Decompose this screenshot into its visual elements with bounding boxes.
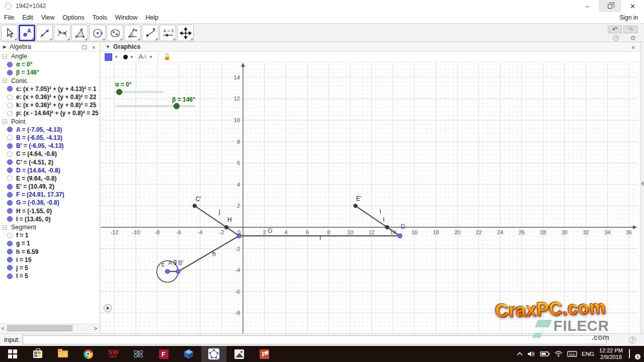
taskbar-f-app[interactable]: F [151, 346, 176, 362]
algebra-section-conic[interactable]: –Conic [0, 77, 100, 85]
visibility-dot-icon[interactable] [7, 175, 13, 181]
chevron-down-icon[interactable]: ▼ [149, 55, 153, 59]
collapse-minus-icon[interactable]: – [3, 225, 7, 230]
collapse-minus-icon[interactable]: – [3, 54, 7, 59]
tool-move-graphics-view[interactable] [177, 25, 194, 41]
menu-file[interactable]: File [0, 13, 18, 22]
visibility-dot-icon[interactable] [7, 208, 13, 214]
taskbar-powerpoint[interactable]: P [252, 346, 277, 362]
algebra-section-angle[interactable]: –Angle [0, 52, 100, 60]
scrollbar-thumb[interactable] [7, 325, 72, 331]
point-A[interactable] [166, 269, 170, 274]
visibility-dot-icon[interactable] [7, 192, 13, 198]
taskbar-virtualbox[interactable] [176, 346, 201, 362]
battery-icon[interactable] [540, 351, 550, 357]
algebra-item[interactable]: F = (24.91, 17.37) [0, 191, 100, 199]
algebra-item[interactable]: f = 1 [0, 231, 100, 239]
algebra-horizontal-scrollbar[interactable]: < > [0, 324, 100, 332]
minimize-button[interactable]: – [576, 0, 599, 12]
algebra-item[interactable]: h = 6.59 [0, 248, 100, 256]
tool-circle-center-point[interactable] [89, 25, 106, 41]
chevron-down-icon[interactable]: ▼ [114, 55, 118, 59]
algebra-close-icon[interactable]: × [92, 44, 96, 51]
taskbar-chrome[interactable] [75, 346, 101, 362]
label-style-icon[interactable]: AA [139, 53, 147, 60]
algebra-item[interactable]: B = (-6.05, -4.13) [0, 134, 100, 142]
visibility-dot-icon[interactable] [7, 127, 13, 132]
taskbar-atom-app[interactable] [126, 346, 151, 362]
tool-options-triangle[interactable] [190, 38, 193, 40]
tool-options-triangle[interactable] [85, 38, 87, 40]
algebra-section-segment[interactable]: –Segment [0, 223, 100, 231]
visibility-dot-icon[interactable] [7, 151, 13, 157]
algebra-item[interactable]: E = (9.64, -0.8) [0, 174, 100, 183]
touch-keyboard-icon[interactable] [567, 351, 577, 357]
taskbar-photos[interactable] [226, 346, 252, 362]
sign-in-link[interactable]: Sign in [619, 14, 638, 21]
tool-options-triangle[interactable] [137, 38, 140, 40]
menu-options[interactable]: Options [59, 13, 89, 22]
graphics-canvas[interactable]: -12-10-8-6-4-224681012141618202224262830… [101, 62, 637, 333]
close-button[interactable]: ✕ [621, 0, 644, 12]
algebra-item[interactable]: l = 5 [0, 272, 100, 280]
taskbar-geogebra-active[interactable] [201, 346, 226, 362]
menu-view[interactable]: View [37, 13, 59, 22]
algebra-item[interactable]: β = 146° [0, 68, 100, 76]
algebra-item[interactable]: H = (-1.55, 0) [0, 207, 100, 215]
collapse-minus-icon[interactable]: – [3, 78, 7, 83]
visibility-dot-icon[interactable] [7, 143, 13, 149]
collapse-caret-icon[interactable]: ▼ [106, 44, 110, 49]
tool-angle[interactable] [124, 25, 141, 41]
algebra-item[interactable]: k: (x + 0.36)² + (y + 0.8)² = 25 [0, 101, 100, 109]
undo-button[interactable]: ↶ [608, 26, 622, 33]
speaker-icon[interactable] [527, 350, 535, 357]
point-C'[interactable] [193, 204, 196, 208]
menu-help[interactable]: Help [141, 13, 163, 22]
algebra-item[interactable]: G = (-0.36, -0.8) [0, 199, 100, 207]
unlock-icon[interactable]: 🔓 [164, 53, 171, 60]
popout-icon[interactable] [82, 45, 87, 49]
panel-resize-strip[interactable] [640, 42, 644, 333]
algebra-item[interactable]: D = (14.64, -0.8) [0, 166, 100, 174]
taskbar-solidworks[interactable]: SW2016 [101, 346, 126, 362]
command-input[interactable] [23, 335, 606, 344]
algebra-item[interactable]: C' = (-4.51, 2) [0, 158, 100, 166]
algebra-section-point[interactable]: –Point [0, 118, 100, 126]
tool-options-triangle[interactable] [67, 38, 69, 40]
menu-tools[interactable]: Tools [89, 13, 111, 22]
visibility-dot-icon[interactable] [7, 95, 13, 100]
tool-move[interactable] [1, 25, 18, 41]
resize-handle-icon[interactable] [641, 181, 643, 186]
tool-point[interactable]: A [19, 25, 35, 41]
slider-β[interactable]: β = 146° [117, 96, 195, 109]
algebra-item[interactable]: E' = (10.49, 2) [0, 183, 100, 191]
visibility-dot-icon[interactable] [7, 274, 13, 279]
tool-options-triangle[interactable] [120, 38, 122, 40]
visibility-dot-icon[interactable] [7, 86, 13, 92]
clock[interactable]: 12:22 PM2/9/2018 [599, 347, 623, 360]
play-animation-button[interactable] [104, 304, 112, 312]
algebra-item[interactable]: B' = (-6.05, -4.13) [0, 142, 100, 150]
start-button[interactable] [0, 346, 25, 362]
visibility-dot-icon[interactable] [7, 249, 13, 254]
visibility-dot-icon[interactable] [7, 167, 13, 173]
point-G[interactable] [237, 234, 241, 238]
algebra-item[interactable]: c: (x + 7.05)² + (y + 4.13)² = 1 [0, 85, 100, 93]
slider-α[interactable]: α = 0° [115, 81, 163, 95]
redo-button[interactable]: ↷ [623, 26, 637, 33]
point-E'[interactable] [354, 204, 357, 208]
wifi-icon[interactable] [554, 351, 562, 357]
point-H[interactable] [224, 225, 228, 229]
algebra-item[interactable]: g = 1 [0, 239, 100, 247]
tool-reflect-about-line[interactable] [142, 25, 158, 41]
tool-options-triangle[interactable] [49, 38, 52, 40]
color-swatch[interactable] [105, 53, 112, 61]
tool-options-triangle[interactable] [173, 38, 175, 40]
algebra-item[interactable]: α = 0° [0, 60, 100, 68]
menu-window[interactable]: Window [111, 13, 141, 22]
scroll-right-icon[interactable]: > [93, 325, 99, 332]
visibility-dot-icon[interactable] [7, 184, 13, 190]
input-help-icon[interactable]: ? [629, 336, 636, 343]
algebra-item[interactable]: i = 15 [0, 256, 100, 264]
algebra-item[interactable]: C = (4.64, -0.8) [0, 150, 100, 158]
